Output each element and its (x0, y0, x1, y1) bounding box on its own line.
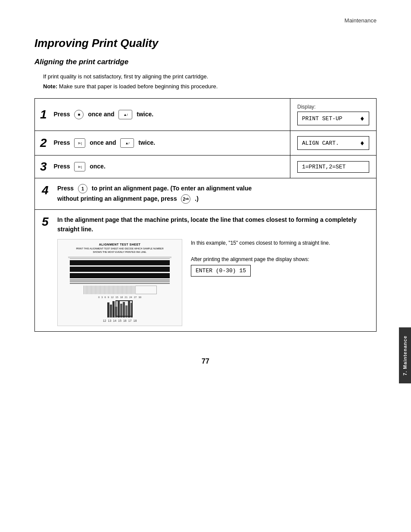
step-3-instruction-cell: Press ⊳| once. (50, 156, 290, 178)
step-4-instruction: Press 1 to print an alignment page. (To … (57, 184, 252, 204)
step-3-number: 3 (40, 160, 47, 173)
function-key-icon-1: ▲/ (118, 110, 132, 119)
step-3-display-text: 1=PRINT,2=SET (302, 164, 346, 170)
page-title: Improving Print Quality (34, 37, 377, 50)
step-1-display-arrow: ⬧ (360, 114, 364, 123)
number-row-top: 036912151821242730 (61, 296, 178, 299)
step-3-number-cell: 3 (35, 156, 50, 178)
thick-lines-group (61, 260, 178, 278)
note-content: Make sure that paper is loaded before be… (59, 83, 218, 90)
button-2-icon: 2ok (181, 194, 190, 204)
top-maintenance-label: Maintenance (0, 0, 411, 28)
step-2-instruction: Press ⊳| once and ▲/ twice. (52, 139, 156, 146)
table-row: 5 In the alignment page that the machine… (35, 209, 377, 331)
step-1-number-cell: 1 (35, 99, 50, 131)
table-row: 2 Press ⊳| once and ▲/ twice. ALIGN CART… (35, 131, 377, 156)
alignment-sheet: ALIGNMENT TEST SHEET PRINT THIS ALIGNMEN… (57, 239, 182, 326)
table-row: 1 Press ■ once and ▲/ twice. Display: PR… (35, 99, 377, 131)
step-3-instruction: Press ⊳| once. (52, 163, 106, 170)
page-number: 77 (0, 349, 411, 374)
step-2-display-box: ALIGN CART. ⬧ (297, 136, 369, 150)
step-2-instruction-cell: Press ⊳| once and ▲/ twice. (50, 131, 290, 156)
thin-lines-top (61, 257, 178, 259)
step-5-header: 5 In the alignment page that the machine… (42, 215, 369, 234)
side-tab-label: 7. Maintenance (402, 336, 408, 376)
step-1-display-box: PRINT SET-UP ⬧ (297, 112, 369, 125)
bar-label-row: 12131415161718 (61, 319, 178, 322)
step-2-number: 2 (40, 136, 47, 149)
note-label: Note: (43, 83, 57, 90)
alignment-sheet-subtitle: PRINT THIS ALIGNMENT TEST SHEET AND DECI… (61, 247, 178, 254)
table-row: 4 Press 1 to print an alignment page. (T… (35, 178, 377, 210)
table-row: 3 Press ⊳| once. 1=PRINT,2=SET (35, 156, 377, 178)
step-2-number-cell: 2 (35, 131, 50, 156)
button-stop-icon: ■ (74, 110, 84, 119)
step-1-display-cell: Display: PRINT SET-UP ⬧ (290, 99, 377, 131)
step-2-display-arrow: ⬧ (360, 139, 364, 147)
step-5-number: 5 (42, 215, 55, 229)
button-menu-icon-2: ⊳| (74, 162, 85, 171)
note-text: Note: Make sure that paper is loaded bef… (34, 83, 377, 90)
button-1-icon: 1 (78, 184, 87, 193)
side-tab-container: 7. Maintenance (399, 327, 411, 383)
enter-display-text: ENTER (0-30) 15 (196, 268, 246, 274)
enter-display-box: ENTER (0-30) 15 (191, 265, 251, 277)
maintenance-header: Maintenance (345, 17, 377, 24)
step-4-content: 4 Press 1 to print an alignment page. (T… (42, 184, 369, 204)
button-menu-icon-1: ⊳| (74, 138, 85, 148)
step-4-full-cell: 4 Press 1 to print an alignment page. (T… (35, 178, 377, 210)
step-4-number: 4 (42, 184, 55, 197)
step-3-display-box: 1=PRINT,2=SET (297, 161, 369, 173)
step-5-full-cell: 5 In the alignment page that the machine… (35, 209, 377, 331)
step-1-instruction: Press ■ once and ▲/ twice. (52, 111, 154, 118)
step-1-display-label: Display: (297, 104, 369, 110)
wavy-pattern (61, 286, 178, 294)
step-2-display-text: ALIGN CART. (302, 140, 339, 146)
step-1-instruction-cell: Press ■ once and ▲/ twice. (50, 99, 290, 131)
step-3-display-cell: 1=PRINT,2=SET (290, 156, 377, 178)
step-5-content: ALIGNMENT TEST SHEET PRINT THIS ALIGNMEN… (42, 239, 369, 326)
side-note-15: In this example, "15" comes closest to f… (191, 239, 369, 247)
step-4-line2: without printing an alignment page, pres… (57, 194, 252, 204)
step-1-display-text: PRINT SET-UP (302, 115, 342, 122)
medium-lines (61, 280, 178, 284)
barcode-area (77, 300, 163, 317)
after-print-label: After printing the alignment page the di… (191, 255, 369, 263)
step-4-line1: Press 1 to print an alignment page. (To … (57, 184, 252, 194)
function-key-icon-2: ▲/ (120, 138, 134, 148)
step-5-instruction-bold: In the alignment page that the machine p… (57, 215, 369, 234)
section-title: Aligning the print cartridge (34, 58, 377, 66)
main-content: Improving Print Quality Aligning the pri… (0, 28, 411, 349)
steps-table: 1 Press ■ once and ▲/ twice. Display: PR… (34, 98, 377, 332)
step-1-number: 1 (40, 108, 47, 121)
intro-text: If print quality is not satisfactory, fi… (34, 73, 377, 80)
page-container: Maintenance Improving Print Quality Alig… (0, 0, 411, 532)
side-notes: In this example, "15" comes closest to f… (191, 239, 369, 277)
alignment-sheet-title: ALIGNMENT TEST SHEET (61, 243, 178, 246)
step-2-display-cell: ALIGN CART. ⬧ (290, 131, 377, 156)
